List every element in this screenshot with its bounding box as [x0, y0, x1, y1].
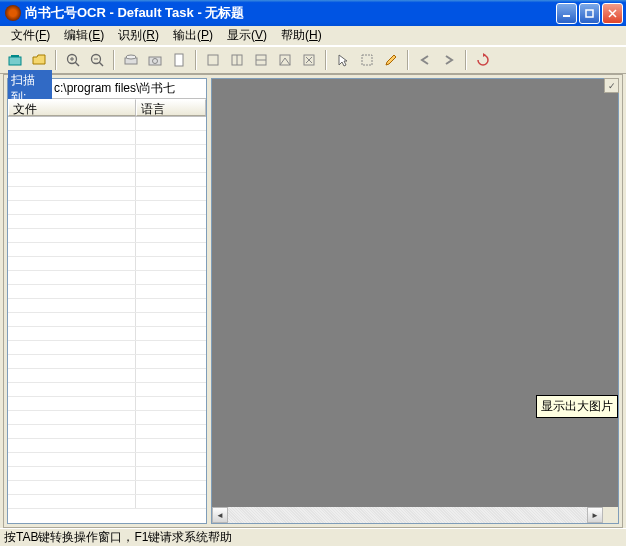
select-rect-icon[interactable]: [356, 49, 378, 71]
list-row: [8, 215, 206, 229]
scanner-icon[interactable]: [120, 49, 142, 71]
list-row: [8, 453, 206, 467]
svg-rect-10: [175, 54, 183, 66]
maximize-button[interactable]: [579, 3, 600, 24]
list-row: [8, 481, 206, 495]
list-row: [8, 145, 206, 159]
svg-rect-18: [362, 55, 372, 65]
horizontal-scrollbar[interactable]: ◄ ►: [212, 507, 603, 523]
list-header: 文件 语言: [8, 99, 206, 117]
open-icon[interactable]: [28, 49, 50, 71]
scroll-up-button[interactable]: ✓: [604, 78, 619, 93]
scan-icon[interactable]: [4, 49, 26, 71]
zoom-out-icon[interactable]: [86, 49, 108, 71]
menu-output[interactable]: 输出(P): [166, 25, 220, 46]
layout3-icon[interactable]: [250, 49, 272, 71]
window-title: 尚书七号OCR - Default Task - 无标题: [25, 4, 556, 22]
scrollbar-track[interactable]: [228, 507, 587, 523]
list-row: [8, 187, 206, 201]
list-row: [8, 173, 206, 187]
list-row: [8, 425, 206, 439]
list-row: [8, 467, 206, 481]
statusbar: 按TAB键转换操作窗口，F1键请求系统帮助: [0, 528, 626, 546]
menu-help[interactable]: 帮助(H): [274, 25, 329, 46]
list-row: [8, 397, 206, 411]
list-row: [8, 327, 206, 341]
scroll-right-button[interactable]: ►: [587, 507, 603, 523]
svg-rect-1: [586, 10, 593, 17]
list-row: [8, 131, 206, 145]
list-row: [8, 299, 206, 313]
list-row: [8, 159, 206, 173]
list-row: [8, 355, 206, 369]
list-row: [8, 341, 206, 355]
list-row: [8, 313, 206, 327]
menu-recognize[interactable]: 识别(R): [111, 25, 166, 46]
list-row: [8, 257, 206, 271]
scan-path-row: 扫描到:: [8, 79, 206, 99]
svg-rect-3: [11, 55, 19, 57]
svg-rect-0: [563, 15, 570, 17]
layout2-icon[interactable]: [226, 49, 248, 71]
status-text: 按TAB键转换操作窗口，F1键请求系统帮助: [4, 529, 232, 546]
window-buttons: [556, 3, 623, 24]
menu-view[interactable]: 显示(V): [220, 25, 274, 46]
toolbar: [0, 46, 626, 74]
list-row: [8, 383, 206, 397]
next-icon[interactable]: [438, 49, 460, 71]
list-row: [8, 243, 206, 257]
layout5-icon[interactable]: [298, 49, 320, 71]
image-viewport[interactable]: ✓ ◄ ►: [211, 78, 619, 524]
prev-icon[interactable]: [414, 49, 436, 71]
camera-icon[interactable]: [144, 49, 166, 71]
svg-point-7: [126, 55, 136, 59]
column-file[interactable]: 文件: [8, 99, 136, 116]
titlebar: 尚书七号OCR - Default Task - 无标题: [0, 0, 626, 26]
menu-file[interactable]: 文件(F): [4, 25, 57, 46]
list-row: [8, 201, 206, 215]
menubar: 文件(F) 编辑(E) 识别(R) 输出(P) 显示(V) 帮助(H): [0, 26, 626, 46]
svg-rect-11: [208, 55, 218, 65]
pointer-icon[interactable]: [332, 49, 354, 71]
tooltip: 显示出大图片: [536, 395, 618, 418]
minimize-button[interactable]: [556, 3, 577, 24]
scroll-corner: [603, 507, 618, 523]
close-button[interactable]: [602, 3, 623, 24]
file-list-body[interactable]: [8, 117, 206, 523]
page-icon[interactable]: [168, 49, 190, 71]
workarea: 扫描到: 文件 语言: [3, 74, 623, 528]
column-language[interactable]: 语言: [136, 99, 206, 116]
scroll-left-button[interactable]: ◄: [212, 507, 228, 523]
list-row: [8, 285, 206, 299]
app-icon: [5, 5, 21, 21]
file-list-pane: 扫描到: 文件 语言: [7, 78, 207, 524]
list-row: [8, 229, 206, 243]
menu-edit[interactable]: 编辑(E): [57, 25, 111, 46]
list-row: [8, 439, 206, 453]
refresh-icon[interactable]: [472, 49, 494, 71]
list-row: [8, 411, 206, 425]
layout1-icon[interactable]: [202, 49, 224, 71]
list-row: [8, 369, 206, 383]
zoom-in-icon[interactable]: [62, 49, 84, 71]
svg-rect-2: [9, 57, 21, 65]
list-row: [8, 495, 206, 509]
scan-path-input[interactable]: [52, 80, 206, 98]
edit-icon[interactable]: [380, 49, 402, 71]
layout4-icon[interactable]: [274, 49, 296, 71]
list-row: [8, 117, 206, 131]
list-row: [8, 271, 206, 285]
